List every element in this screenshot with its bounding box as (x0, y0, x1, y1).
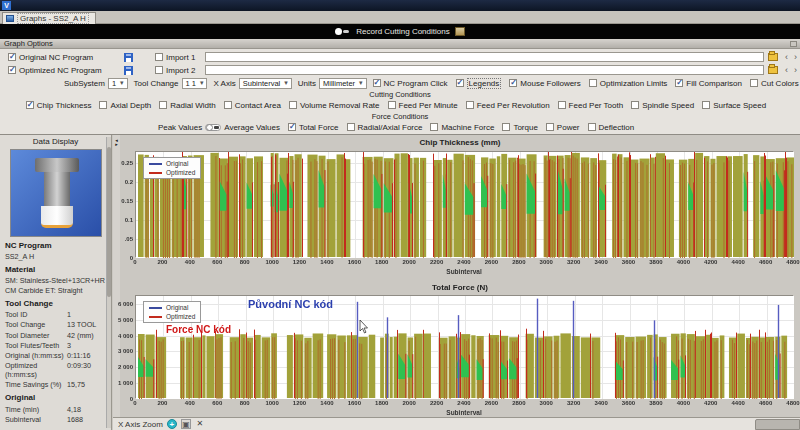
x-tick-label: 3200 (567, 259, 580, 265)
import2-checkbox[interactable]: Import 2 (155, 66, 195, 75)
units-value: Millimeter (323, 79, 355, 88)
chip-thickness-chart: Chip Thickness (mm) OriginalOptimized 0.… (120, 138, 800, 283)
import1-checkbox[interactable]: Import 1 (155, 53, 195, 62)
option-nc-program-click[interactable]: NC Program Click (373, 79, 448, 88)
record-toggle[interactable] (335, 28, 351, 35)
plot-area[interactable]: OriginalOptimized 0.050.10.150.20.25 (135, 151, 793, 257)
chart-annotation: Původní NC kód (248, 298, 333, 310)
window-resize-grip[interactable] (755, 419, 800, 430)
units-select[interactable]: Millimeter (319, 78, 367, 89)
import1-next-button[interactable]: › (791, 52, 800, 62)
sidebar-value: 0:09:30 (67, 361, 106, 379)
option-feed-per-revolution[interactable]: Feed Per Revolution (466, 101, 550, 110)
import2-prev-button[interactable]: ‹ (782, 65, 791, 75)
tool-cutter-shape (41, 206, 73, 228)
option-radial-width[interactable]: Radial Width (159, 101, 215, 110)
radial-axial-force-label: Radial/Axial Force (358, 123, 423, 132)
x-tick-label: 2600 (485, 259, 498, 265)
sidebar-row: Tool Change13 TOOL (0, 319, 111, 329)
sidebar-key: Time Savings (%) (5, 380, 67, 389)
optimized-nc-program-label: Optimized NC Program (19, 66, 102, 75)
x-tick-label: 2600 (485, 400, 498, 406)
peak-average-toggle[interactable] (205, 124, 221, 131)
splitter-arrows-icon[interactable]: ◂▸ (114, 138, 119, 146)
volume-removal-rate-label: Volume Removal Rate (300, 101, 380, 110)
option-surface-speed[interactable]: Surface Speed (702, 101, 766, 110)
y-tick-label: 1 000 (118, 380, 133, 386)
subsystem-select[interactable]: 1 (108, 78, 128, 89)
option-axial-depth[interactable]: Axial Depth (99, 101, 151, 110)
peak-values-label: Peak Values (158, 123, 202, 132)
chart-canvas[interactable] (136, 152, 794, 258)
x-tick-label: 4200 (704, 400, 717, 406)
cutting-conditions-title: Cutting Conditions (0, 90, 800, 99)
option-spindle-speed[interactable]: Spindle Speed (631, 101, 694, 110)
option-torque[interactable]: Torque (502, 123, 537, 132)
option-feed-per-minute[interactable]: Feed Per Minute (388, 101, 458, 110)
option-volume-removal-rate[interactable]: Volume Removal Rate (289, 101, 380, 110)
option-fill-comparison[interactable]: Fill Comparison (675, 79, 742, 88)
import1-path-input[interactable] (205, 52, 764, 62)
x-tick-label: 0 (133, 400, 136, 406)
option-cut-colors[interactable]: Cut Colors (750, 79, 799, 88)
record-camera-icon[interactable] (455, 27, 465, 36)
x-axis-zoom-bar: X Axis Zoom + ▣ ✕ (113, 417, 800, 430)
sidebar-value: 0:11:16 (67, 351, 106, 360)
save-optimized-icon[interactable] (124, 66, 133, 75)
chart-annotation: Force NC kód (166, 324, 231, 335)
y-tick-label: 0.1 (125, 217, 133, 223)
option-legends[interactable]: Legends (456, 78, 502, 89)
checkbox-icon (502, 123, 510, 131)
option-optimization-limits[interactable]: Optimization Limits (589, 79, 668, 88)
tool-change-value: 1 1 (186, 79, 196, 88)
import2-path-input[interactable] (205, 65, 764, 75)
optimization-limits-label: Optimization Limits (600, 79, 668, 88)
option-machine-force[interactable]: Machine Force (430, 123, 494, 132)
save-original-icon[interactable] (124, 53, 133, 62)
x-tick-label: 1800 (375, 259, 388, 265)
option-contact-area[interactable]: Contact Area (224, 101, 281, 110)
plot-area[interactable]: OriginalOptimized 01 0002 0003 0004 0005… (135, 295, 793, 398)
checkbox-icon (631, 101, 639, 109)
option-mouse-followers[interactable]: Mouse Followers (509, 79, 580, 88)
import1-prev-button[interactable]: ‹ (782, 52, 791, 62)
x-tick-label: 1600 (348, 259, 361, 265)
option-feed-per-tooth[interactable]: Feed Per Tooth (558, 101, 624, 110)
x-tick-label: 3200 (567, 400, 580, 406)
scrollbar-thumb[interactable] (107, 147, 111, 297)
tab-graphs[interactable]: Graphs - SS2_A H (2, 12, 96, 24)
option-power[interactable]: Power (546, 123, 580, 132)
zoom-reset-icon[interactable]: ✕ (195, 419, 205, 429)
import1-browse-folder-icon[interactable] (768, 53, 778, 61)
x-tick-label: 1600 (348, 400, 361, 406)
zoom-in-icon[interactable]: + (167, 419, 177, 429)
x-tick-label: 4800 (786, 400, 799, 406)
panel-collapse-icon[interactable] (790, 41, 797, 47)
import2-browse-folder-icon[interactable] (768, 66, 778, 74)
x-axis-title: Subinterval (135, 268, 793, 275)
option-radial-axial-force[interactable]: Radial/Axial Force (347, 123, 423, 132)
surface-speed-label: Surface Speed (713, 101, 766, 110)
tool-change-select[interactable]: 1 1 (182, 78, 208, 89)
checkbox-icon (26, 101, 34, 109)
sidebar-scrollbar[interactable] (106, 137, 111, 428)
y-axis: 0.050.10.150.20.25 (120, 152, 134, 256)
data-display-header: Data Display (0, 135, 111, 149)
original-nc-program-checkbox[interactable]: Original NC Program (8, 53, 116, 62)
y-tick-label: 0.25 (121, 160, 133, 166)
tool-change-label: Tool Change (134, 79, 179, 88)
y-tick-label: 0.2 (125, 179, 133, 185)
chart-canvas[interactable] (136, 296, 794, 399)
option-total-force[interactable]: Total Force (288, 123, 339, 132)
option-deflection[interactable]: Deflection (588, 123, 635, 132)
option-chip-thickness[interactable]: Chip Thickness (26, 101, 92, 110)
y-tick-label: 2 000 (118, 364, 133, 370)
x-axis-select[interactable]: Subinterval (239, 78, 292, 89)
x-tick-label: 1200 (293, 400, 306, 406)
zoom-out-icon[interactable]: ▣ (181, 419, 191, 429)
graph-options-panel: Graph Options Original NC Program Import… (0, 39, 800, 135)
optimized-nc-program-checkbox[interactable]: Optimized NC Program (8, 66, 116, 75)
checkbox-icon (159, 101, 167, 109)
import2-next-button[interactable]: › (791, 65, 800, 75)
tool-change-section-title: Tool Change (0, 295, 111, 309)
